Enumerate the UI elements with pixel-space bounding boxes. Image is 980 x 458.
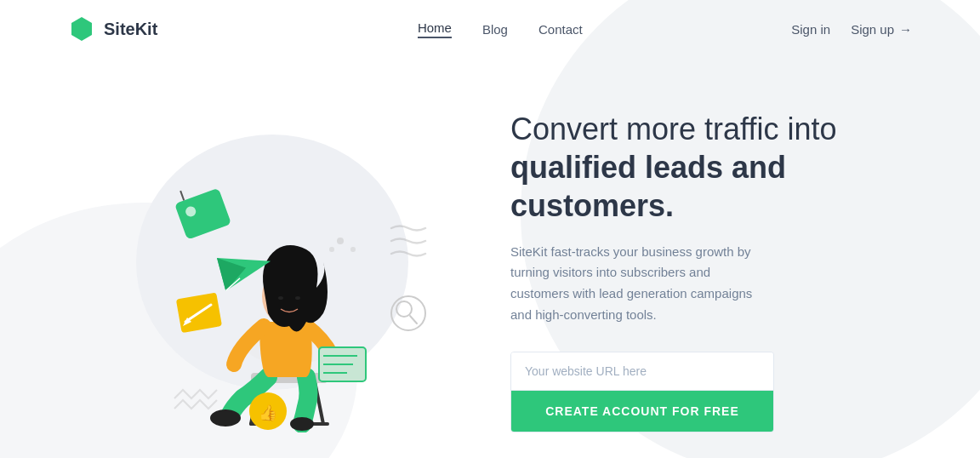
svg-point-15: [295, 296, 300, 300]
svg-point-25: [396, 301, 412, 317]
svg-line-18: [180, 191, 184, 200]
nav-links: Home Blog Contact: [418, 20, 583, 38]
hero-illustration: 👍: [68, 83, 476, 441]
svg-point-29: [337, 238, 344, 244]
hero-title: Convert more traffic into qualified lead…: [510, 110, 912, 225]
svg-point-30: [350, 247, 356, 252]
nav-home[interactable]: Home: [418, 20, 452, 38]
hero-content: Convert more traffic into qualified lead…: [510, 93, 912, 432]
sign-up-link[interactable]: Sign up →: [851, 22, 912, 37]
nav-blog[interactable]: Blog: [482, 22, 508, 37]
hero-svg: 👍: [94, 92, 451, 432]
website-url-input[interactable]: [511, 352, 773, 391]
logo[interactable]: SiteKit: [68, 15, 157, 43]
nav-contact[interactable]: Contact: [538, 22, 583, 37]
logo-icon: [68, 15, 95, 43]
svg-point-8: [290, 417, 314, 431]
main-content: 👍 Convert more traffic into qualified le…: [0, 58, 980, 441]
svg-point-14: [278, 296, 283, 300]
create-account-button[interactable]: CREATE ACCOUNT FOR FREE: [511, 391, 773, 432]
brand-name: SiteKit: [104, 20, 157, 39]
svg-point-24: [391, 296, 425, 330]
svg-point-7: [210, 409, 241, 427]
nav-right: Sign in Sign up →: [791, 22, 912, 37]
sign-in-link[interactable]: Sign in: [791, 22, 830, 37]
svg-point-31: [329, 247, 334, 252]
arrow-icon: →: [899, 22, 912, 37]
navbar: SiteKit Home Blog Contact Sign in Sign u…: [0, 0, 980, 58]
svg-line-26: [410, 316, 417, 323]
svg-marker-0: [71, 17, 92, 41]
signup-form: CREATE ACCOUNT FOR FREE: [510, 352, 774, 432]
hero-description: SiteKit fast-tracks your business growth…: [510, 242, 766, 326]
nav-center: Home Blog Contact: [367, 20, 583, 38]
svg-text:👍: 👍: [259, 404, 278, 422]
